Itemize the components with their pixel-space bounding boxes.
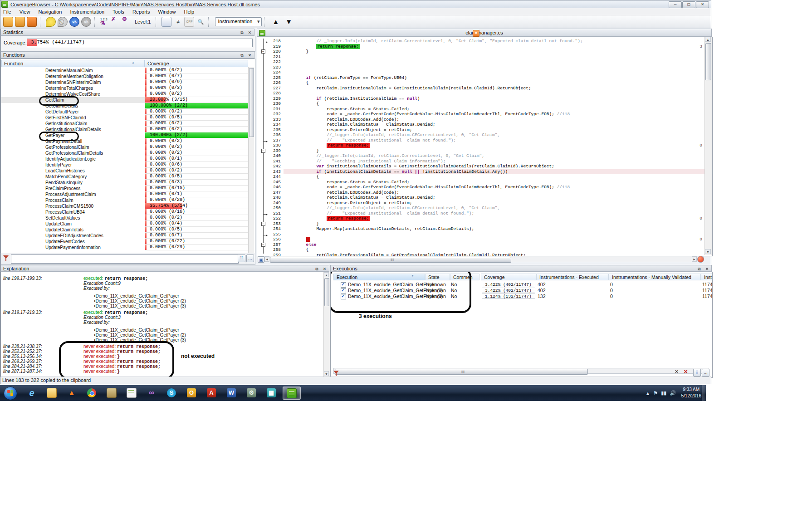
code-line[interactable]: 241 // "Fetching Institutional Claim inf… bbox=[257, 159, 712, 164]
menu-file[interactable]: File bbox=[3, 9, 11, 15]
tray-flag-icon[interactable]: ⚑ bbox=[653, 390, 658, 396]
function-row[interactable]: GetPaymentDetail0.000% (0/2) bbox=[1, 138, 248, 144]
function-name[interactable]: SetDefaultValues bbox=[45, 215, 80, 221]
ie-icon[interactable]: e bbox=[23, 387, 40, 399]
code-line[interactable]: 234 retClaim.ClaimStatus = ClaimStatus.D… bbox=[257, 122, 712, 127]
function-name[interactable]: UpdateEDIAdjustmentCodes bbox=[45, 233, 103, 239]
code-line[interactable]: 229 if (retClaim.InstitutionalClaim == n… bbox=[257, 96, 712, 102]
menu-reports[interactable]: Reports bbox=[132, 9, 150, 15]
fold-collapse-icon[interactable]: − bbox=[261, 49, 265, 54]
function-name[interactable]: ProcessAdjustmentClaim bbox=[45, 191, 96, 197]
column-header-instrumentations-manually-validated[interactable]: Instrumentations - Manually Validated bbox=[609, 274, 701, 280]
tray-expand-icon[interactable]: ▲ bbox=[645, 391, 650, 396]
code-line[interactable]: 248 retClaim.ClaimStatus = ClaimStatus.D… bbox=[257, 195, 712, 201]
more-options-button[interactable]: … bbox=[246, 254, 254, 262]
function-name[interactable]: IdentifyAdjudicationLogic bbox=[45, 156, 96, 162]
function-row[interactable]: ProcessClaimCMS150035.714% (5/14) bbox=[1, 203, 248, 209]
code-line[interactable]: 242 var institutionalClaimDetails = GetI… bbox=[257, 164, 712, 169]
column-header-coverage[interactable]: Coverage bbox=[145, 60, 248, 67]
function-row[interactable]: GetProfessionalClaimDetails0.000% (0/2) bbox=[1, 150, 248, 156]
word-icon[interactable]: W bbox=[223, 387, 240, 399]
function-name[interactable]: ProcessClaimUB04 bbox=[45, 209, 85, 215]
close-button[interactable]: ✕ bbox=[696, 1, 709, 8]
code-line[interactable]: −257 else bbox=[257, 242, 712, 248]
function-name[interactable]: LoadClaimHistories bbox=[45, 168, 85, 174]
code-line[interactable]: 238 return response;0 bbox=[257, 143, 712, 148]
float-panel-icon[interactable]: ⧉ bbox=[239, 53, 245, 59]
validate-ok-icon[interactable]: ok bbox=[69, 17, 79, 27]
function-row[interactable]: GetPayer100.000% (2/2) bbox=[1, 132, 248, 138]
coveragebrowser-icon[interactable] bbox=[283, 387, 301, 400]
notepad-icon[interactable] bbox=[123, 387, 140, 399]
comment-icon[interactable] bbox=[46, 17, 56, 27]
diff-icon[interactable]: ≠ bbox=[173, 17, 182, 26]
menu-help[interactable]: Help bbox=[184, 9, 195, 15]
execution-count-icon[interactable]: 1.2.3⚗ bbox=[100, 17, 109, 26]
menu-window[interactable]: Window bbox=[158, 9, 176, 15]
code-line[interactable]: 227 retClaim.InstitutionalClaim = GetIns… bbox=[257, 86, 712, 91]
clear-icon[interactable]: ✕ bbox=[675, 369, 679, 375]
code-line[interactable]: 236 //_logger.Info(claimId, retClaim.CEC… bbox=[257, 132, 712, 138]
function-row[interactable]: ProcessAdjustmentClaim0.000% (0/1) bbox=[1, 191, 248, 197]
function-name[interactable]: UpdateClaimTotals bbox=[45, 227, 83, 233]
delete-icon[interactable]: ✕ bbox=[684, 369, 688, 375]
function-row[interactable]: DetermineMemberObligation0.000% (0/7) bbox=[1, 73, 248, 79]
validate-ok-disabled-icon[interactable]: ok bbox=[81, 17, 91, 27]
function-name[interactable]: PendStatusInquiry bbox=[45, 180, 83, 186]
skype-icon[interactable]: S bbox=[163, 387, 180, 399]
show-desktop-button[interactable] bbox=[702, 385, 706, 401]
function-name[interactable]: UpdateEventCodes bbox=[45, 239, 85, 245]
window-icon[interactable] bbox=[161, 17, 171, 27]
menu-view[interactable]: View bbox=[20, 9, 30, 15]
function-row[interactable]: UpdateEDIAdjustmentCodes0.000% (0/7) bbox=[1, 233, 248, 239]
code-line[interactable]: 255 bbox=[257, 232, 712, 237]
split-view-icon[interactable]: ▣ bbox=[258, 256, 264, 263]
function-row[interactable]: PendStatusInquiry0.000% (0/3) bbox=[1, 180, 248, 186]
code-line[interactable]: 243 if (institutionalClaimDetails == nul… bbox=[257, 169, 712, 175]
function-name[interactable]: GetDefaultPayer bbox=[45, 109, 79, 115]
cpp-icon[interactable]: CPP bbox=[184, 17, 194, 27]
code-line[interactable]: −220 } bbox=[257, 49, 712, 54]
code-line[interactable]: 240 //_logger.Info(claimId, retClaim.Cor… bbox=[257, 153, 712, 159]
menu-instrumentation[interactable]: Instrumentation bbox=[70, 9, 104, 15]
function-row[interactable]: GetClaim20.000% (3/15) bbox=[1, 97, 248, 103]
code-line[interactable]: 249 response.ReturnObject = retClaim; bbox=[257, 201, 712, 206]
code-line[interactable]: 233 retClaim.EOBCodes.Add(code); bbox=[257, 117, 712, 122]
code-line[interactable]: 247 retClaim.EOBCodes.Add(code); bbox=[257, 190, 712, 196]
function-row[interactable]: GetFirstSNFClaimId0.000% (0/5) bbox=[1, 115, 248, 121]
function-name[interactable]: ProcessClaim bbox=[45, 197, 73, 203]
code-line[interactable]: 225 if (retClaim.FormType == FormType.UB… bbox=[257, 75, 712, 81]
function-name[interactable]: GetInstitutionalClaim bbox=[45, 121, 87, 127]
filter-icon[interactable] bbox=[3, 255, 9, 261]
function-row[interactable]: LoadClaimHistories0.000% (0/2) bbox=[1, 168, 248, 174]
code-line[interactable]: 232 code = _cache.GetEventCode(EventCode… bbox=[257, 112, 712, 117]
function-name[interactable]: GetProfessionalClaim bbox=[45, 144, 89, 150]
close-panel-icon[interactable]: ✕ bbox=[247, 30, 253, 36]
function-row[interactable]: ProcessClaim0.000% (0/20) bbox=[1, 197, 248, 203]
execution-settings-icon[interactable]: ⚙ bbox=[122, 17, 131, 26]
column-header-function[interactable]: Function ▲ bbox=[1, 60, 145, 67]
nav-up-icon[interactable]: ▲ bbox=[272, 18, 279, 25]
maximize-button[interactable]: ▢ bbox=[682, 1, 695, 8]
function-row[interactable]: DetermineWaiveCostShare0.000% (0/2) bbox=[1, 91, 248, 97]
code-line[interactable]: 231 response.Status = Status.Failed; bbox=[257, 107, 712, 112]
code-line[interactable]: 228 bbox=[257, 91, 712, 96]
code-line[interactable]: 245 response.Status = Status.Failed; bbox=[257, 180, 712, 185]
source-code-view[interactable]: 218 // _logger.Info(claimId, retClaim.Co… bbox=[257, 37, 713, 256]
minimize-button[interactable]: ─ bbox=[669, 1, 682, 8]
column-header-instrumentations[interactable]: Instr bbox=[701, 274, 712, 280]
function-row[interactable]: GetProfessionalClaim0.000% (0/2) bbox=[1, 144, 248, 150]
remove-execution-icon[interactable]: ✗ bbox=[111, 17, 120, 26]
function-row[interactable]: GetDefaultPayer0.000% (0/2) bbox=[1, 109, 248, 115]
code-line[interactable]: 230 { bbox=[257, 101, 712, 107]
code-line[interactable]: 224 bbox=[257, 70, 712, 75]
code-line[interactable]: 252 return response;0 bbox=[257, 216, 712, 221]
function-name[interactable]: IdentifyPayer bbox=[45, 162, 72, 168]
code-line[interactable]: 218 // _logger.Info(claimId, retClaim.Co… bbox=[257, 39, 712, 44]
mode-combobox[interactable]: Instrumentation bbox=[215, 17, 262, 26]
function-row[interactable]: PreClaimProcess0.000% (0/15) bbox=[1, 186, 248, 191]
menu-navigation[interactable]: Navigation bbox=[38, 9, 62, 15]
columns-icon[interactable]: ⠿ bbox=[238, 254, 245, 262]
explorer-icon[interactable] bbox=[43, 387, 60, 399]
fold-collapse-icon[interactable]: − bbox=[261, 222, 265, 226]
